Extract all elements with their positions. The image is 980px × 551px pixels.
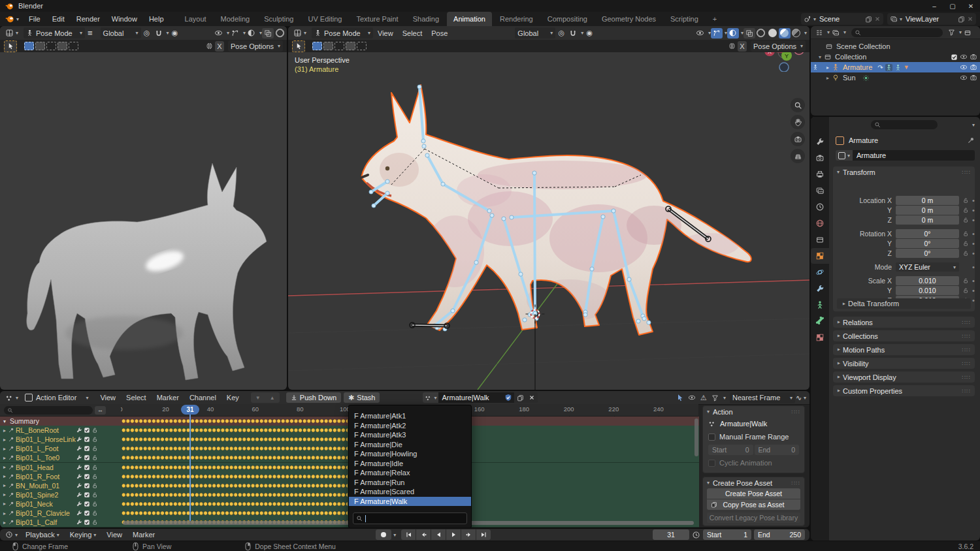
expand-icon[interactable]: ▸ xyxy=(826,75,829,81)
outliner-row-collection[interactable]: ▾ Collection xyxy=(811,52,980,62)
unlink-action-icon[interactable] xyxy=(526,392,538,403)
snap-magnet-icon[interactable] xyxy=(153,28,165,39)
pivot-point-icon[interactable]: ◎ xyxy=(141,28,153,39)
panel-grip-icon[interactable]: ∷∷ xyxy=(962,360,971,367)
properties-tab-output-icon[interactable] xyxy=(811,166,829,182)
properties-tab-collection-icon[interactable] xyxy=(811,232,829,247)
pin-icon[interactable] xyxy=(8,492,14,498)
jump-to-start-button[interactable] xyxy=(401,529,416,540)
gizmo-toggle-icon[interactable] xyxy=(711,28,723,39)
workspace-tab-geometry-nodes[interactable]: Geometry Nodes xyxy=(595,12,662,26)
menu-select[interactable]: Select xyxy=(398,26,427,40)
select-tool-icon[interactable] xyxy=(292,40,305,52)
expand-icon[interactable]: ▸ xyxy=(3,455,6,461)
chevron-down-icon[interactable]: ▾ xyxy=(972,122,975,128)
modifier-wrench-icon[interactable] xyxy=(76,492,82,498)
editor-type-button[interactable]: ▾ xyxy=(3,27,21,39)
lock-icon[interactable] xyxy=(91,445,98,452)
object-id-icon[interactable]: ▾ xyxy=(836,150,853,161)
select-mode-tweak[interactable] xyxy=(24,42,34,50)
pin-icon[interactable] xyxy=(8,454,14,461)
minimize-button[interactable]: – xyxy=(925,0,943,12)
expand-collapse-icon[interactable]: ↔ xyxy=(95,406,106,415)
jump-prev-keyframe-button[interactable] xyxy=(416,529,431,540)
use-preview-range-clock-icon[interactable] xyxy=(692,531,700,539)
animate-dot-icon[interactable]: • xyxy=(970,249,977,257)
pin-icon[interactable] xyxy=(8,510,14,516)
mute-checkbox-icon[interactable] xyxy=(84,454,90,461)
properties-tab-viewlayer-icon[interactable] xyxy=(811,183,829,198)
panel-grip-icon[interactable]: ∷∷ xyxy=(792,480,800,486)
panel-grip-icon[interactable]: ∷∷ xyxy=(962,347,971,353)
pin-icon[interactable] xyxy=(8,464,14,471)
mute-checkbox-icon[interactable] xyxy=(84,473,90,480)
editor-mode-select[interactable]: Action Editor ▾ xyxy=(22,392,91,403)
pan-hand-icon[interactable] xyxy=(791,115,805,129)
panel-grip-icon[interactable]: ∷∷ xyxy=(792,409,800,415)
channel-search-input[interactable] xyxy=(4,406,93,415)
lock-icon[interactable] xyxy=(91,473,98,480)
channel-keyframes[interactable] xyxy=(122,426,348,434)
mode-value-field[interactable]: XYZ Euler▾ xyxy=(896,262,959,272)
workspace-tab-uv-editing[interactable]: UV Editing xyxy=(301,12,348,26)
expand-icon[interactable]: ▸ xyxy=(3,437,6,443)
panel-grip-icon[interactable]: ∷∷ xyxy=(962,333,971,339)
hide-eye-icon[interactable] xyxy=(960,74,968,82)
lock-icon[interactable] xyxy=(91,519,98,526)
lock-icon[interactable] xyxy=(91,454,98,461)
select-mode-lasso[interactable] xyxy=(57,42,67,50)
pin-icon[interactable] xyxy=(8,445,14,452)
pin-icon[interactable] xyxy=(8,427,14,433)
editor-type-button[interactable]: ▾ xyxy=(3,392,21,403)
properties-tab-physics-icon[interactable] xyxy=(811,264,829,280)
scene-selector[interactable]: ▾ Scene xyxy=(801,13,883,25)
shading-material-icon[interactable] xyxy=(779,28,791,39)
lock-icon[interactable] xyxy=(91,510,98,516)
hide-eye-icon[interactable] xyxy=(960,63,968,71)
jump-next-keyframe-button[interactable] xyxy=(461,529,476,540)
hamburger-menu-icon[interactable]: ≡ xyxy=(85,27,95,39)
mirror-axis-x-button[interactable]: X xyxy=(738,41,747,52)
lock-icon[interactable] xyxy=(91,482,98,489)
shading-wireframe-icon[interactable] xyxy=(274,28,286,39)
pin-icon[interactable] xyxy=(8,436,14,443)
expand-icon[interactable]: ▸ xyxy=(3,464,6,470)
menu-file[interactable]: File xyxy=(23,12,46,26)
mirror-axis-x-button[interactable]: X xyxy=(215,41,224,52)
expand-icon[interactable]: ▸ xyxy=(3,501,6,507)
pin-icon[interactable] xyxy=(967,136,975,144)
workspace-tab-modeling[interactable]: Modeling xyxy=(214,12,257,26)
modifier-wrench-icon[interactable] xyxy=(76,454,82,461)
animate-dot-icon[interactable]: • xyxy=(970,206,977,214)
lock-icon[interactable] xyxy=(961,197,970,204)
modifier-wrench-icon[interactable] xyxy=(76,464,82,471)
camera-view-icon[interactable] xyxy=(791,132,805,146)
select-mode-paint[interactable] xyxy=(357,42,367,50)
lock-icon[interactable] xyxy=(91,492,98,498)
lock-icon[interactable] xyxy=(961,277,970,284)
select-mode-paint[interactable] xyxy=(69,42,78,50)
animate-dot-icon[interactable]: • xyxy=(970,216,977,224)
workspace-tab-scripting[interactable]: Scripting xyxy=(664,12,705,26)
wolf-body[interactable] xyxy=(361,85,751,335)
mute-checkbox-icon[interactable] xyxy=(84,445,90,452)
workspace-tab-texture-paint[interactable]: Texture Paint xyxy=(350,12,404,26)
expand-icon[interactable]: ▸ xyxy=(3,446,6,452)
channel-keyframes[interactable] xyxy=(122,454,348,462)
end-frame-field[interactable]: End250 xyxy=(754,529,805,540)
shading-rendered-icon[interactable] xyxy=(791,28,802,39)
snap-mode-dropdown[interactable]: Nearest Frame▾ xyxy=(730,392,795,403)
location-x-value-field[interactable]: 0 m xyxy=(896,196,959,205)
select-mode-tweak[interactable] xyxy=(312,42,322,50)
panel-custom-properties[interactable]: ▾ Custom Properties∷∷ xyxy=(833,385,975,396)
vertical-scrollbar[interactable] xyxy=(694,418,698,456)
auto-key-record-icon[interactable] xyxy=(376,529,391,540)
panel-visibility[interactable]: ▾ Visibility∷∷ xyxy=(833,358,975,369)
gizmo-toggle-icon[interactable] xyxy=(229,28,241,39)
workspace-tab-layout[interactable]: Layout xyxy=(178,12,213,26)
mute-checkbox-icon[interactable] xyxy=(84,427,90,433)
modifier-wrench-icon[interactable] xyxy=(76,427,82,433)
timeline-menu-marker[interactable]: Marker xyxy=(127,529,160,541)
action-item-f-armature-scared[interactable]: F Armature|Scared xyxy=(349,487,471,497)
orientation-select[interactable]: Global▾ xyxy=(515,27,555,39)
